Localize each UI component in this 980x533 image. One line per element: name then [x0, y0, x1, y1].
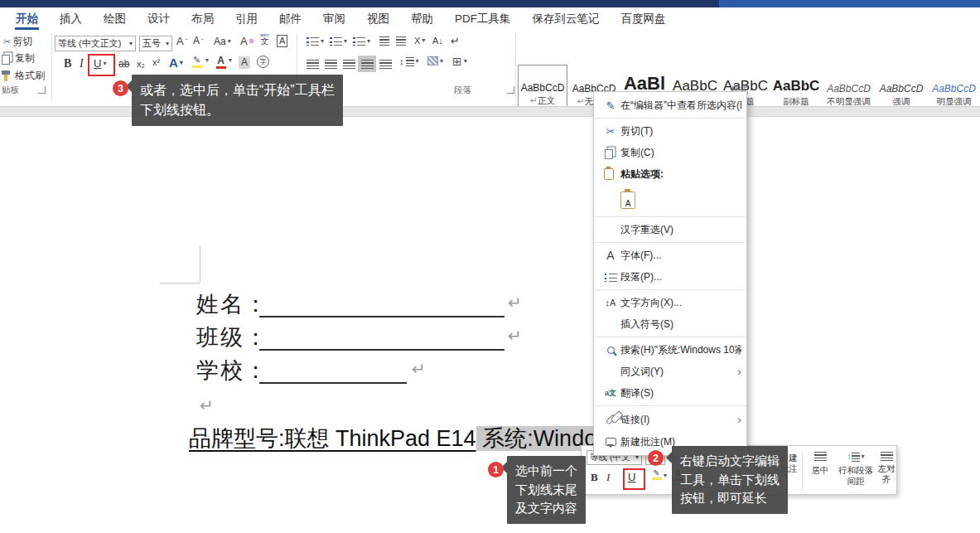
- tab-references[interactable]: 引用: [224, 7, 268, 30]
- tab-help[interactable]: 帮助: [400, 7, 444, 30]
- menu-paragraph[interactable]: 段落(P)...: [594, 266, 746, 288]
- distribute-icon: [379, 60, 392, 69]
- style-subtitle[interactable]: AaBbC 副标题: [772, 65, 820, 111]
- menu-copy[interactable]: 复制(C): [594, 142, 746, 163]
- mini-italic-button[interactable]: I: [606, 471, 610, 484]
- mini-align-left-button[interactable]: 左对 齐: [876, 452, 896, 485]
- mini-line-spacing-button[interactable]: ↕ ▾ 行和段落 间距: [837, 452, 875, 487]
- change-case-button[interactable]: Aa ▾: [214, 36, 231, 47]
- font-size-combo[interactable]: 五号 ▾: [139, 36, 172, 51]
- mini-center-button[interactable]: 居中: [805, 452, 835, 476]
- bold-button[interactable]: B: [64, 57, 71, 70]
- tab-mailings[interactable]: 邮件: [268, 7, 312, 30]
- grow-font-button[interactable]: Aˆ: [176, 35, 187, 47]
- menu-link[interactable]: 链接(I) ›: [594, 408, 746, 431]
- callout-1-tooltip: 选中前一个 下划线末尾 及文字内容: [507, 456, 586, 524]
- mini-center-label: 居中: [812, 465, 829, 476]
- menu-label: 剪切(T): [620, 124, 741, 138]
- align-right-button[interactable]: [340, 56, 358, 72]
- menu-cut[interactable]: ✂ 剪切(T): [594, 120, 746, 142]
- mini-highlight-button[interactable]: ✎: [651, 468, 662, 480]
- grow-caret-icon: ˆ: [186, 37, 188, 45]
- sort-label: A↓: [432, 36, 443, 46]
- increase-indent-button[interactable]: [396, 36, 406, 46]
- shading-button[interactable]: ▾: [427, 56, 443, 65]
- asian-layout-label: X: [414, 36, 420, 46]
- show-marks-button[interactable]: ↵: [451, 35, 460, 47]
- enclose-characters-button[interactable]: 字: [257, 56, 269, 68]
- line-spacing-button[interactable]: ↕ ▾: [399, 56, 419, 66]
- mini-highlight-caret[interactable]: ▾: [664, 472, 667, 479]
- menu-reselect-hanzi[interactable]: 汉字重选(V): [594, 219, 746, 240]
- superscript-button[interactable]: x²: [152, 57, 160, 67]
- paste-keep-text-option[interactable]: A: [594, 185, 746, 215]
- submenu-arrow-icon: ›: [737, 413, 741, 426]
- italic-button[interactable]: I: [80, 57, 84, 70]
- underline-button-highlight-box: [88, 54, 115, 76]
- strikethrough-button[interactable]: ab: [118, 58, 129, 70]
- menu-text-direction[interactable]: ↕A 文字方向(X)...: [594, 292, 746, 313]
- borders-button[interactable]: ⊞ ▾: [452, 55, 467, 68]
- clipboard-dialog-launcher-icon[interactable]: [38, 86, 46, 94]
- tab-home[interactable]: 开始: [5, 7, 49, 30]
- tab-insert[interactable]: 插入: [49, 7, 93, 30]
- menu-insert-symbol[interactable]: 插入符号(S): [594, 313, 746, 335]
- superscript-label: x²: [152, 57, 160, 67]
- menu-view-in-editor[interactable]: ✎ 在“编辑器”中查看所选内容(E): [594, 94, 746, 116]
- mini-bold-button[interactable]: B: [591, 471, 598, 484]
- step-badge-2: 2: [648, 450, 664, 466]
- tab-layout[interactable]: 布局: [181, 7, 224, 30]
- tab-baidu-netdisk[interactable]: 百度网盘: [611, 7, 677, 30]
- style-emphasis[interactable]: AaBbCcD 强调: [877, 65, 925, 111]
- align-left-button[interactable]: [303, 56, 321, 72]
- menu-search[interactable]: 搜索(H)"系统:Windows 10家": [594, 339, 746, 361]
- align-center-button[interactable]: [321, 56, 340, 72]
- tab-review[interactable]: 审阅: [312, 7, 356, 30]
- font-name-combo[interactable]: 等线 (中文正文) ▾: [55, 36, 136, 51]
- phonetic-guide-button[interactable]: wén 文: [260, 32, 269, 46]
- text-effects-button[interactable]: A ▾: [169, 56, 183, 70]
- shrink-font-button[interactable]: Aˇ: [193, 35, 204, 46]
- tab-pdf-tools[interactable]: PDF工具集: [444, 7, 522, 30]
- decrease-indent-button[interactable]: [379, 36, 389, 46]
- font-color-button[interactable]: A: [215, 55, 226, 69]
- chevron-down-icon: ▾: [229, 57, 232, 64]
- tab-view[interactable]: 视图: [356, 7, 400, 30]
- paragraph-dialog-launcher-icon[interactable]: [507, 86, 514, 94]
- tab-save-to-cloud-notes[interactable]: 保存到云笔记: [522, 7, 611, 30]
- paragraph-mark: ↵: [508, 293, 522, 313]
- menu-synonyms[interactable]: 同义词(Y) ›: [594, 361, 746, 382]
- subscript-button[interactable]: x₂: [137, 59, 145, 69]
- style-subtle-emphasis[interactable]: AaBbCcD 不明显强调: [823, 65, 875, 111]
- menu-translate[interactable]: a文 翻译(S): [594, 382, 746, 404]
- format-painter-button[interactable]: 格式刷: [2, 69, 45, 83]
- highlight-caret[interactable]: ▾: [205, 57, 209, 64]
- cut-button[interactable]: ✂ 剪切: [3, 35, 32, 49]
- tab-draw[interactable]: 绘图: [93, 7, 137, 30]
- copy-button[interactable]: 复制: [2, 51, 35, 65]
- menu-font[interactable]: A 字体(F)...: [594, 245, 746, 266]
- tab-design[interactable]: 设计: [137, 7, 181, 30]
- callout-2-tooltip: 右键启动文字编辑 工具，单击下划线 按钮，即可延长: [672, 446, 788, 514]
- chevron-down-icon: ▾: [205, 57, 209, 64]
- callout-text: 及文字内容: [515, 499, 577, 518]
- text-direction-icon: ↕A: [601, 298, 620, 308]
- sort-button[interactable]: A↓: [432, 36, 443, 46]
- shrink-caret-icon: ˇ: [201, 37, 204, 45]
- character-shading-button[interactable]: A: [239, 56, 250, 69]
- clear-formatting-button[interactable]: A: [240, 35, 253, 47]
- style-intense-emphasis[interactable]: AaBbCcD 明显强调: [928, 65, 980, 111]
- bullets-button[interactable]: ▾: [307, 36, 324, 46]
- distribute-button[interactable]: [376, 56, 394, 72]
- style-normal[interactable]: AaBbCcD ↵正文: [518, 65, 567, 111]
- highlight-color-button[interactable]: ✎: [191, 55, 202, 68]
- character-border-button[interactable]: A: [277, 35, 287, 47]
- multilevel-list-button[interactable]: ▾: [353, 36, 370, 46]
- align-center-icon: [814, 452, 827, 461]
- font-color-caret[interactable]: ▾: [229, 57, 232, 64]
- paragraph-mark: ↵: [200, 395, 214, 415]
- numbering-button[interactable]: ▾: [330, 36, 347, 46]
- asian-layout-button[interactable]: X ▾: [414, 36, 425, 46]
- editor-pen-icon: ✎: [601, 99, 620, 112]
- justify-button[interactable]: [358, 56, 376, 72]
